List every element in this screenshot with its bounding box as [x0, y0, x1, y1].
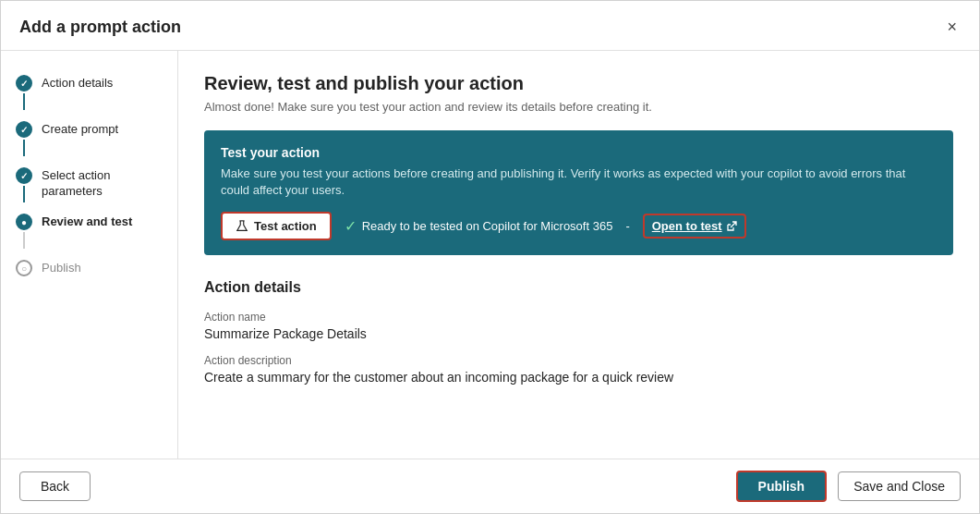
action-details-title: Action details	[204, 279, 953, 296]
external-link-icon	[726, 221, 737, 232]
page-title: Review, test and publish your action	[204, 73, 953, 94]
action-details-section: Action details Action name Summarize Pac…	[204, 279, 953, 398]
step5-label: Publish	[42, 260, 81, 276]
sidebar-item-publish[interactable]: ○ Publish	[1, 254, 177, 282]
test-action-box: Test your action Make sure you test your…	[204, 130, 953, 255]
close-button[interactable]: ×	[943, 14, 961, 41]
step4-label: Review and test	[42, 214, 132, 230]
action-description-group: Action description Create a summary for …	[204, 354, 953, 385]
test-box-description: Make sure you test your actions before c…	[221, 165, 937, 199]
action-name-group: Action name Summarize Package Details	[204, 311, 953, 341]
step2-indicator: ✓	[16, 121, 32, 156]
step1-line	[23, 93, 25, 110]
step3-label: Select action parameters	[42, 167, 163, 200]
modal-container: Add a prompt action × ✓ Action details ✓…	[0, 0, 980, 514]
main-content: Review, test and publish your action Alm…	[178, 51, 979, 459]
modal-title: Add a prompt action	[19, 18, 181, 37]
modal-footer: Back Publish Save and Close	[1, 459, 979, 513]
test-box-title: Test your action	[221, 145, 937, 160]
step1-label: Action details	[42, 75, 113, 92]
check-icon: ✓	[345, 217, 357, 235]
step2-label: Create prompt	[42, 121, 118, 138]
test-action-controls: Test action ✓ Ready to be tested on Copi…	[221, 212, 937, 240]
action-name-value: Summarize Package Details	[204, 326, 953, 341]
modal-header: Add a prompt action ×	[1, 1, 979, 51]
sidebar-item-create-prompt[interactable]: ✓ Create prompt	[1, 116, 177, 162]
step3-line	[23, 186, 25, 202]
step4-indicator: ●	[16, 214, 32, 249]
save-and-close-button[interactable]: Save and Close	[838, 471, 961, 501]
step5-indicator: ○	[16, 260, 32, 276]
test-ready-text: ✓ Ready to be tested on Copilot for Micr…	[345, 217, 613, 235]
step4-circle: ●	[16, 214, 32, 230]
sidebar-item-review-and-test[interactable]: ● Review and test	[1, 208, 177, 254]
step3-circle: ✓	[16, 167, 32, 184]
test-flask-icon	[236, 220, 248, 233]
step1-circle: ✓	[16, 75, 32, 92]
step2-circle: ✓	[16, 121, 32, 138]
footer-right: Publish Save and Close	[736, 471, 961, 502]
sidebar: ✓ Action details ✓ Create prompt ✓	[1, 51, 178, 459]
sidebar-item-action-details[interactable]: ✓ Action details	[1, 69, 177, 116]
publish-button[interactable]: Publish	[736, 471, 828, 502]
back-button[interactable]: Back	[19, 471, 91, 501]
action-name-label: Action name	[204, 311, 953, 324]
step2-line	[23, 140, 25, 156]
step1-indicator: ✓	[16, 75, 32, 110]
step5-circle: ○	[16, 260, 32, 276]
action-description-value: Create a summary for the customer about …	[204, 370, 953, 385]
step3-indicator: ✓	[16, 167, 32, 202]
test-action-button[interactable]: Test action	[221, 212, 332, 240]
open-to-test-link[interactable]: Open to test	[643, 214, 746, 239]
step4-line	[23, 232, 25, 249]
modal-body: ✓ Action details ✓ Create prompt ✓	[1, 51, 979, 459]
open-test-label: Open to test	[652, 219, 722, 233]
page-subtitle: Almost done! Make sure you test your act…	[204, 100, 953, 114]
sidebar-item-select-action-parameters[interactable]: ✓ Select action parameters	[1, 162, 177, 208]
ready-text-label: Ready to be tested on Copilot for Micros…	[362, 219, 613, 233]
separator-dash: -	[625, 219, 629, 233]
test-action-button-label: Test action	[254, 219, 317, 233]
action-description-label: Action description	[204, 354, 953, 367]
